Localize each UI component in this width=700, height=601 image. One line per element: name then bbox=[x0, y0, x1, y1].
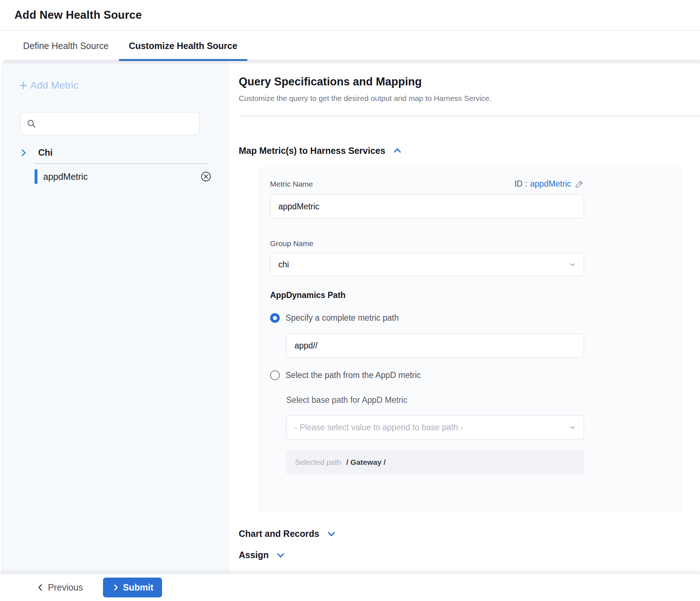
dialog-footer: Previous Submit bbox=[0, 574, 700, 601]
tab-bar: Define Health Source Customize Health So… bbox=[0, 31, 700, 61]
plus-icon bbox=[18, 80, 29, 91]
metric-item-label: appdMetric bbox=[43, 172, 200, 182]
chevron-down-icon bbox=[568, 260, 577, 269]
assign-title: Assign bbox=[239, 550, 269, 560]
chevron-down-icon bbox=[568, 423, 577, 432]
metric-group-label: Chi bbox=[38, 147, 53, 158]
id-label: ID : bbox=[514, 179, 527, 189]
heading-divider bbox=[239, 116, 700, 116]
metrics-sidebar: Add Metric Chi appdMetric bbox=[3, 61, 229, 574]
remove-metric-button[interactable] bbox=[200, 171, 212, 182]
content-card: Add Metric Chi appdMetric bbox=[3, 61, 700, 601]
chevron-down-icon bbox=[327, 529, 336, 539]
selected-indicator-bar bbox=[35, 169, 37, 184]
edit-id-button[interactable] bbox=[575, 179, 584, 189]
submit-button-label: Submit bbox=[123, 582, 153, 593]
chart-and-records-section-header[interactable]: Chart and Records bbox=[239, 529, 336, 539]
submit-button[interactable]: Submit bbox=[103, 578, 162, 597]
base-path-select[interactable]: - Please select value to append to base … bbox=[286, 415, 584, 440]
id-value-link[interactable]: appdMetric bbox=[530, 179, 571, 189]
circle-x-icon bbox=[200, 171, 212, 182]
radio-select-appd-path-label: Select the path from the AppD metric bbox=[286, 370, 421, 380]
group-name-select[interactable]: chi bbox=[270, 253, 584, 276]
chevron-left-icon bbox=[36, 583, 45, 592]
metric-search-input[interactable] bbox=[41, 119, 193, 129]
map-metrics-section-title: Map Metric(s) to Harness Services bbox=[239, 146, 385, 156]
metric-name-input[interactable] bbox=[270, 195, 584, 218]
base-path-label: Select base path for AppD Metric bbox=[286, 395, 682, 405]
search-icon bbox=[26, 119, 36, 129]
chart-and-records-title: Chart and Records bbox=[239, 529, 319, 539]
radio-complete-metric-path-label: Specify a complete metric path bbox=[286, 313, 399, 323]
assign-section-header[interactable]: Assign bbox=[239, 550, 286, 560]
metric-name-label: Metric Name bbox=[270, 180, 313, 188]
pencil-icon bbox=[575, 179, 584, 189]
metric-group-chi[interactable]: Chi bbox=[19, 147, 228, 158]
metric-path-input[interactable] bbox=[286, 334, 584, 357]
tab-customize-health-source[interactable]: Customize Health Source bbox=[119, 31, 247, 61]
chevron-up-icon bbox=[392, 146, 402, 156]
chevron-right-icon bbox=[19, 148, 28, 157]
add-metric-button[interactable]: Add Metric bbox=[18, 80, 78, 91]
selected-path-label: Selected path bbox=[295, 458, 341, 467]
metric-item-appdmetric[interactable]: appdMetric bbox=[35, 168, 212, 185]
add-metric-label: Add Metric bbox=[30, 80, 78, 91]
dialog-header: Add New Health Source bbox=[0, 0, 700, 31]
chevron-right-icon bbox=[112, 583, 120, 592]
radio-select-appd-path[interactable]: Select the path from the AppD metric bbox=[270, 370, 421, 380]
selected-path-value: / Gateway / bbox=[346, 458, 386, 467]
metric-search-box[interactable] bbox=[20, 112, 199, 135]
metric-mapping-panel: Metric Name ID : appdMetric Group Name c… bbox=[257, 167, 682, 513]
radio-unselected-icon[interactable] bbox=[270, 370, 280, 380]
appdynamics-path-heading: AppDynamics Path bbox=[270, 290, 682, 300]
sidebar-divider bbox=[35, 164, 208, 164]
selected-path-display: Selected path / Gateway / bbox=[286, 450, 584, 474]
page-subtitle: Customize the query to get the desired o… bbox=[239, 94, 700, 103]
page-title: Query Specifications and Mapping bbox=[239, 75, 700, 88]
map-metrics-section-header[interactable]: Map Metric(s) to Harness Services bbox=[239, 146, 402, 156]
base-path-placeholder: - Please select value to append to base … bbox=[295, 423, 463, 432]
chevron-down-icon bbox=[276, 550, 286, 560]
group-name-value: chi bbox=[278, 260, 289, 270]
previous-button-label: Previous bbox=[48, 582, 83, 593]
tab-define-health-source[interactable]: Define Health Source bbox=[13, 31, 119, 61]
radio-complete-metric-path[interactable]: Specify a complete metric path bbox=[270, 313, 399, 323]
previous-button[interactable]: Previous bbox=[36, 582, 83, 593]
group-name-label: Group Name bbox=[270, 239, 682, 248]
query-specifications-pane: Query Specifications and Mapping Customi… bbox=[229, 61, 700, 574]
radio-selected-icon[interactable] bbox=[270, 313, 280, 323]
dialog-title: Add New Health Source bbox=[14, 9, 142, 22]
